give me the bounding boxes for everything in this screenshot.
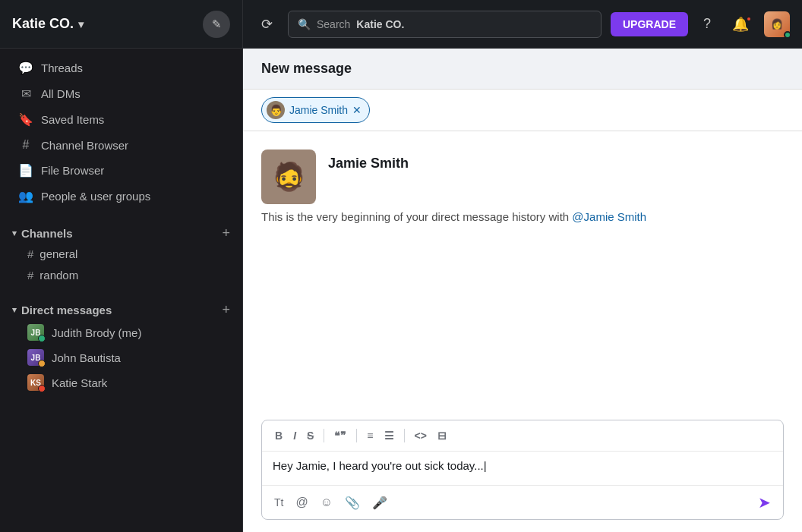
dm-item-katie[interactable]: KS Katie Stark [6,370,236,395]
dm-avatar-katie: KS [27,374,44,391]
code-button[interactable]: <> [411,427,431,445]
user-avatar[interactable]: 👩 [764,11,790,37]
composer-toolbar: B I S ❝❞ ≡ ☰ [262,420,783,452]
channels-section-label: Channels [21,227,73,240]
composer-input[interactable]: Hey Jamie, I heard you're out sick today… [262,452,783,485]
sidebar-item-label: Threads [41,61,83,74]
history-button[interactable]: ⟳ [255,13,279,36]
indent-icon: ⊟ [437,430,447,442]
workspace-chevron: ▾ [78,18,84,30]
italic-icon: I [293,430,296,442]
top-header: Katie CO. ▾ ✎ ⟳ 🔍 Search Katie CO. UPGRA… [0,0,802,49]
toolbar-divider-2 [356,429,357,442]
channels-collapse-icon: ▾ [12,228,17,238]
workspace-title: Katie CO. [12,16,74,32]
ordered-list-icon: ≡ [367,430,373,442]
help-icon: ? [703,16,711,31]
upgrade-button[interactable]: UPGRADE [611,12,688,36]
indent-button[interactable]: ⊟ [434,427,450,445]
composer-footer: Tt @ ☺ 📎 🎤 ➤ [262,485,783,519]
code-icon: <> [415,430,427,442]
microphone-icon: 🎤 [372,496,387,509]
channel-item-general[interactable]: # general [6,244,236,264]
message-history: 🧔 Jamie Smith This is the very beginning… [243,131,802,420]
add-dm-button[interactable]: + [222,303,230,316]
send-button[interactable]: ➤ [755,490,774,515]
workspace-header: Katie CO. ▾ ✎ [0,0,243,48]
sidebar-item-threads[interactable]: 💬 Threads [6,55,236,80]
dm-avatar-john: JB [27,349,44,366]
message-page-header: New message [243,49,802,90]
bookmark-icon: 🔖 [18,112,33,127]
dm-name: John Bautista [52,351,121,364]
text-format-button[interactable]: Tt [271,493,286,512]
to-chip-avatar: 👨 [267,101,285,119]
text-cursor [484,459,487,472]
sidebar: 💬 Threads ✉ All DMs 🔖 Saved Items # Chan… [0,49,243,532]
hash-icon: # [27,247,33,260]
bold-button[interactable]: B [271,427,286,445]
ordered-list-button[interactable]: ≡ [363,427,377,445]
dm-item-judith[interactable]: JB Judith Brody (me) [6,320,236,345]
channel-item-random[interactable]: # random [6,265,236,285]
to-chip-name: Jamie Smith [289,104,348,116]
sidebar-item-saved-items[interactable]: 🔖 Saved Items [6,107,236,132]
jamie-avatar-large: 🧔 [261,150,316,204]
strikethrough-button[interactable]: S [303,427,317,445]
voice-button[interactable]: 🎤 [369,493,390,513]
unordered-list-button[interactable]: ☰ [380,427,398,445]
dms-icon: ✉ [18,87,33,101]
dm-item-john[interactable]: JB John Bautista [6,345,236,370]
sidebar-item-label: File Browser [41,164,104,177]
workspace-name[interactable]: Katie CO. ▾ [12,16,84,32]
notification-button[interactable]: 🔔 [726,13,755,36]
sidebar-item-label: People & user groups [41,190,150,203]
upgrade-label: UPGRADE [623,18,676,30]
help-button[interactable]: ? [697,13,717,35]
quote-button[interactable]: ❝❞ [330,427,350,445]
avatar-status-dot [784,31,791,39]
sidebar-item-label: Saved Items [41,113,104,126]
dm-collapse-icon: ▾ [12,305,17,315]
composer-text: Hey Jamie, I heard you're out sick today… [273,459,484,472]
edit-workspace-button[interactable]: ✎ [203,11,230,38]
toolbar-divider-3 [404,429,405,442]
emoji-button[interactable]: ☺ [317,493,336,512]
sidebar-item-label: All DMs [41,87,81,100]
sidebar-item-people-groups[interactable]: 👥 People & user groups [6,184,236,209]
notification-dot [746,16,752,22]
channel-name: random [39,269,78,282]
channel-name: general [39,247,77,260]
paperclip-icon: 📎 [345,496,360,509]
search-bar[interactable]: 🔍 Search Katie CO. [288,11,602,38]
sidebar-item-file-browser[interactable]: 📄 File Browser [6,158,236,183]
sidebar-item-label: Channel Browser [41,139,128,152]
mention-button[interactable]: @ [292,493,311,512]
text-format-icon: Tt [274,496,283,508]
add-channel-button[interactable]: + [222,226,230,240]
channels-section-header[interactable]: ▾ Channels + [0,219,242,243]
history-icon: ⟳ [261,17,273,32]
message-composer: B I S ❝❞ ≡ ☰ [261,420,784,520]
channel-icon: # [18,138,33,152]
dm-sender-name: Jamie Smith [328,156,409,172]
sidebar-item-all-dms[interactable]: ✉ All DMs [6,81,236,106]
to-chip-close-icon[interactable]: ✕ [352,104,362,116]
dm-section-label: Direct messages [21,304,112,316]
strikethrough-icon: S [307,430,314,442]
to-chip[interactable]: 👨 Jamie Smith ✕ [261,97,370,123]
search-label: Search [317,18,350,30]
sidebar-item-channel-browser[interactable]: # Channel Browser [6,133,236,157]
to-field[interactable]: 👨 Jamie Smith ✕ [243,90,802,131]
dm-history-info: 🧔 Jamie Smith This is the very beginning… [261,150,784,223]
hash-icon: # [27,269,33,282]
history-mention[interactable]: @Jamie Smith [572,210,646,223]
main-content: New message 👨 Jamie Smith ✕ 🧔 [243,49,802,532]
pencil-icon: ✎ [212,17,222,31]
emoji-icon: ☺ [320,496,333,508]
dm-history-text: This is the very beginning of your direc… [261,210,646,223]
dm-name: Judith Brody (me) [52,326,141,339]
italic-button[interactable]: I [289,427,300,445]
dm-section-header[interactable]: ▾ Direct messages + [0,295,242,320]
attach-button[interactable]: 📎 [342,493,363,513]
